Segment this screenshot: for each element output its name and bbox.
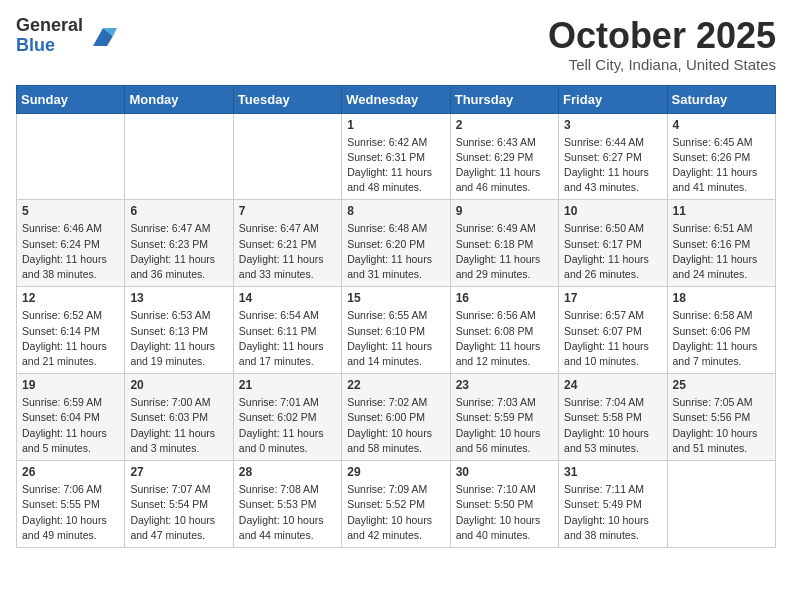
title-block: October 2025 Tell City, Indiana, United … [548, 16, 776, 73]
calendar-cell: 12Sunrise: 6:52 AM Sunset: 6:14 PM Dayli… [17, 287, 125, 374]
logo-blue: Blue [16, 36, 83, 56]
day-info: Sunrise: 6:49 AM Sunset: 6:18 PM Dayligh… [456, 221, 553, 282]
day-info: Sunrise: 6:43 AM Sunset: 6:29 PM Dayligh… [456, 135, 553, 196]
day-number: 22 [347, 378, 444, 392]
day-number: 26 [22, 465, 119, 479]
day-number: 3 [564, 118, 661, 132]
calendar-cell: 22Sunrise: 7:02 AM Sunset: 6:00 PM Dayli… [342, 374, 450, 461]
day-number: 17 [564, 291, 661, 305]
day-number: 4 [673, 118, 770, 132]
calendar-week-3: 12Sunrise: 6:52 AM Sunset: 6:14 PM Dayli… [17, 287, 776, 374]
day-number: 14 [239, 291, 336, 305]
calendar-cell: 2Sunrise: 6:43 AM Sunset: 6:29 PM Daylig… [450, 113, 558, 200]
calendar-cell: 26Sunrise: 7:06 AM Sunset: 5:55 PM Dayli… [17, 461, 125, 548]
calendar-cell: 3Sunrise: 6:44 AM Sunset: 6:27 PM Daylig… [559, 113, 667, 200]
calendar-cell: 9Sunrise: 6:49 AM Sunset: 6:18 PM Daylig… [450, 200, 558, 287]
calendar-cell: 27Sunrise: 7:07 AM Sunset: 5:54 PM Dayli… [125, 461, 233, 548]
col-header-monday: Monday [125, 85, 233, 113]
calendar-cell: 11Sunrise: 6:51 AM Sunset: 6:16 PM Dayli… [667, 200, 775, 287]
day-number: 31 [564, 465, 661, 479]
day-info: Sunrise: 7:02 AM Sunset: 6:00 PM Dayligh… [347, 395, 444, 456]
calendar-week-2: 5Sunrise: 6:46 AM Sunset: 6:24 PM Daylig… [17, 200, 776, 287]
day-number: 23 [456, 378, 553, 392]
day-number: 1 [347, 118, 444, 132]
col-header-friday: Friday [559, 85, 667, 113]
calendar-table: SundayMondayTuesdayWednesdayThursdayFrid… [16, 85, 776, 548]
page-header: General Blue October 2025 Tell City, Ind… [16, 16, 776, 73]
day-info: Sunrise: 6:52 AM Sunset: 6:14 PM Dayligh… [22, 308, 119, 369]
calendar-cell: 1Sunrise: 6:42 AM Sunset: 6:31 PM Daylig… [342, 113, 450, 200]
day-number: 6 [130, 204, 227, 218]
day-info: Sunrise: 6:53 AM Sunset: 6:13 PM Dayligh… [130, 308, 227, 369]
day-number: 20 [130, 378, 227, 392]
day-number: 16 [456, 291, 553, 305]
calendar-cell: 29Sunrise: 7:09 AM Sunset: 5:52 PM Dayli… [342, 461, 450, 548]
calendar-cell: 24Sunrise: 7:04 AM Sunset: 5:58 PM Dayli… [559, 374, 667, 461]
calendar-cell: 14Sunrise: 6:54 AM Sunset: 6:11 PM Dayli… [233, 287, 341, 374]
calendar-week-5: 26Sunrise: 7:06 AM Sunset: 5:55 PM Dayli… [17, 461, 776, 548]
day-number: 25 [673, 378, 770, 392]
calendar-cell: 7Sunrise: 6:47 AM Sunset: 6:21 PM Daylig… [233, 200, 341, 287]
day-info: Sunrise: 6:45 AM Sunset: 6:26 PM Dayligh… [673, 135, 770, 196]
calendar-cell: 28Sunrise: 7:08 AM Sunset: 5:53 PM Dayli… [233, 461, 341, 548]
calendar-cell: 8Sunrise: 6:48 AM Sunset: 6:20 PM Daylig… [342, 200, 450, 287]
day-info: Sunrise: 6:42 AM Sunset: 6:31 PM Dayligh… [347, 135, 444, 196]
day-info: Sunrise: 7:11 AM Sunset: 5:49 PM Dayligh… [564, 482, 661, 543]
day-info: Sunrise: 6:55 AM Sunset: 6:10 PM Dayligh… [347, 308, 444, 369]
day-number: 19 [22, 378, 119, 392]
day-info: Sunrise: 6:50 AM Sunset: 6:17 PM Dayligh… [564, 221, 661, 282]
calendar-cell: 6Sunrise: 6:47 AM Sunset: 6:23 PM Daylig… [125, 200, 233, 287]
day-number: 10 [564, 204, 661, 218]
day-number: 12 [22, 291, 119, 305]
day-number: 9 [456, 204, 553, 218]
calendar-cell: 5Sunrise: 6:46 AM Sunset: 6:24 PM Daylig… [17, 200, 125, 287]
day-number: 27 [130, 465, 227, 479]
day-number: 2 [456, 118, 553, 132]
month-title: October 2025 [548, 16, 776, 56]
day-info: Sunrise: 6:51 AM Sunset: 6:16 PM Dayligh… [673, 221, 770, 282]
day-number: 11 [673, 204, 770, 218]
day-number: 21 [239, 378, 336, 392]
day-number: 13 [130, 291, 227, 305]
day-info: Sunrise: 6:59 AM Sunset: 6:04 PM Dayligh… [22, 395, 119, 456]
day-info: Sunrise: 7:00 AM Sunset: 6:03 PM Dayligh… [130, 395, 227, 456]
day-info: Sunrise: 7:09 AM Sunset: 5:52 PM Dayligh… [347, 482, 444, 543]
day-number: 24 [564, 378, 661, 392]
calendar-week-1: 1Sunrise: 6:42 AM Sunset: 6:31 PM Daylig… [17, 113, 776, 200]
calendar-cell: 21Sunrise: 7:01 AM Sunset: 6:02 PM Dayli… [233, 374, 341, 461]
col-header-wednesday: Wednesday [342, 85, 450, 113]
col-header-sunday: Sunday [17, 85, 125, 113]
calendar-cell: 10Sunrise: 6:50 AM Sunset: 6:17 PM Dayli… [559, 200, 667, 287]
logo-icon [89, 22, 117, 50]
calendar-cell: 25Sunrise: 7:05 AM Sunset: 5:56 PM Dayli… [667, 374, 775, 461]
day-info: Sunrise: 7:06 AM Sunset: 5:55 PM Dayligh… [22, 482, 119, 543]
day-number: 18 [673, 291, 770, 305]
day-info: Sunrise: 7:08 AM Sunset: 5:53 PM Dayligh… [239, 482, 336, 543]
calendar-cell: 18Sunrise: 6:58 AM Sunset: 6:06 PM Dayli… [667, 287, 775, 374]
calendar-week-4: 19Sunrise: 6:59 AM Sunset: 6:04 PM Dayli… [17, 374, 776, 461]
day-info: Sunrise: 6:57 AM Sunset: 6:07 PM Dayligh… [564, 308, 661, 369]
location-subtitle: Tell City, Indiana, United States [548, 56, 776, 73]
calendar-cell [667, 461, 775, 548]
calendar-cell [125, 113, 233, 200]
day-number: 15 [347, 291, 444, 305]
logo: General Blue [16, 16, 117, 56]
col-header-thursday: Thursday [450, 85, 558, 113]
day-info: Sunrise: 7:01 AM Sunset: 6:02 PM Dayligh… [239, 395, 336, 456]
calendar-header: SundayMondayTuesdayWednesdayThursdayFrid… [17, 85, 776, 113]
day-number: 29 [347, 465, 444, 479]
calendar-cell [17, 113, 125, 200]
calendar-cell: 19Sunrise: 6:59 AM Sunset: 6:04 PM Dayli… [17, 374, 125, 461]
day-info: Sunrise: 7:03 AM Sunset: 5:59 PM Dayligh… [456, 395, 553, 456]
day-info: Sunrise: 6:54 AM Sunset: 6:11 PM Dayligh… [239, 308, 336, 369]
calendar-cell: 23Sunrise: 7:03 AM Sunset: 5:59 PM Dayli… [450, 374, 558, 461]
day-info: Sunrise: 6:58 AM Sunset: 6:06 PM Dayligh… [673, 308, 770, 369]
day-info: Sunrise: 6:47 AM Sunset: 6:21 PM Dayligh… [239, 221, 336, 282]
day-info: Sunrise: 6:47 AM Sunset: 6:23 PM Dayligh… [130, 221, 227, 282]
calendar-cell: 31Sunrise: 7:11 AM Sunset: 5:49 PM Dayli… [559, 461, 667, 548]
col-header-tuesday: Tuesday [233, 85, 341, 113]
day-info: Sunrise: 7:10 AM Sunset: 5:50 PM Dayligh… [456, 482, 553, 543]
day-info: Sunrise: 7:05 AM Sunset: 5:56 PM Dayligh… [673, 395, 770, 456]
calendar-cell: 16Sunrise: 6:56 AM Sunset: 6:08 PM Dayli… [450, 287, 558, 374]
day-info: Sunrise: 6:44 AM Sunset: 6:27 PM Dayligh… [564, 135, 661, 196]
